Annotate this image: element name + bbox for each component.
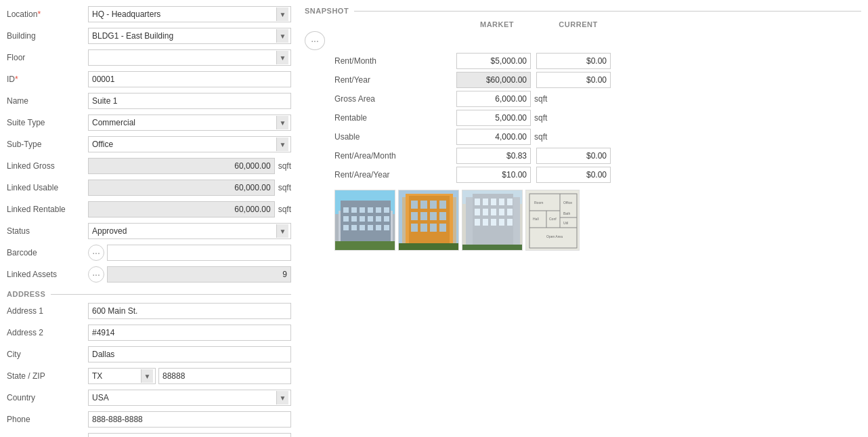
- building-select[interactable]: BLDG1 - East Building: [88, 28, 291, 44]
- usable-market-input[interactable]: [456, 129, 531, 145]
- linked-gross-unit: sqft: [278, 161, 291, 171]
- svg-rect-37: [420, 224, 427, 232]
- svg-rect-14: [368, 216, 373, 222]
- city-label: City: [7, 350, 88, 359]
- state-zip-row: State / ZIP TX ▼: [7, 367, 291, 385]
- svg-rect-34: [430, 212, 437, 220]
- building-image-3[interactable]: [462, 190, 523, 251]
- linked-assets-dots-icon: ···: [92, 269, 100, 280]
- gross-area-unit: sqft: [534, 94, 547, 104]
- name-input[interactable]: [88, 93, 291, 109]
- snapshot-dots-icon: ···: [311, 35, 319, 46]
- fax-input[interactable]: [88, 433, 291, 437]
- building-image-1[interactable]: [334, 190, 395, 251]
- linked-assets-icon-button[interactable]: ···: [88, 266, 104, 283]
- address2-label: Address 2: [7, 328, 88, 337]
- gross-area-market-input[interactable]: [456, 91, 531, 107]
- barcode-label: Barcode: [7, 248, 88, 257]
- building-row: Building BLDG1 - East Building ▼: [7, 27, 291, 45]
- rent-year-current-input[interactable]: [536, 72, 611, 88]
- svg-rect-45: [475, 199, 480, 205]
- rent-month-market-input[interactable]: [456, 53, 531, 69]
- id-input[interactable]: [88, 71, 291, 87]
- linked-rentable-label: Linked Rentable: [7, 205, 88, 214]
- svg-rect-9: [376, 207, 381, 213]
- linked-rentable-row: Linked Rentable sqft: [7, 201, 291, 218]
- linked-usable-label: Linked Usable: [7, 183, 88, 192]
- snapshot-dots-button[interactable]: ···: [305, 31, 325, 50]
- sub-type-select[interactable]: Office: [88, 136, 291, 152]
- usable-label: Usable: [334, 132, 456, 142]
- barcode-input[interactable]: [107, 245, 291, 261]
- svg-rect-11: [343, 216, 349, 222]
- rentable-market-input[interactable]: [456, 110, 531, 126]
- barcode-icon-button[interactable]: ···: [88, 245, 104, 261]
- current-col-header: CURRENT: [538, 20, 619, 28]
- gross-area-row: Gross Area sqft: [305, 91, 861, 107]
- floor-select[interactable]: [88, 49, 291, 66]
- rent-area-month-current-input[interactable]: [536, 148, 611, 164]
- id-label: ID: [7, 75, 88, 84]
- city-input[interactable]: [88, 346, 291, 362]
- rent-month-current-input[interactable]: [536, 53, 611, 69]
- state-select[interactable]: TX: [88, 368, 156, 384]
- rent-area-year-current-input[interactable]: [536, 167, 611, 183]
- status-select[interactable]: Approved: [88, 223, 291, 239]
- address-section-label: ADDRESS: [7, 290, 45, 298]
- state-zip-inputs: TX ▼: [88, 368, 291, 384]
- building-image-4[interactable]: Room Office Hall Conf Bath Util Open Are…: [525, 190, 580, 251]
- svg-text:Bath: Bath: [563, 211, 571, 215]
- svg-rect-36: [411, 224, 418, 232]
- rent-year-market-input[interactable]: [456, 72, 531, 88]
- rent-month-row: Rent/Month: [305, 53, 861, 69]
- fax-row: Fax: [7, 432, 291, 437]
- address2-input[interactable]: [88, 325, 291, 341]
- usable-unit: sqft: [534, 132, 547, 142]
- snapshot-label: SNAPSHOT: [305, 7, 349, 15]
- building-image-2[interactable]: [398, 190, 459, 251]
- building-select-wrap: BLDG1 - East Building ▼: [88, 28, 291, 44]
- rentable-label: Rentable: [334, 113, 456, 123]
- sub-type-row: Sub-Type Office ▼: [7, 136, 291, 153]
- linked-assets-input: [107, 266, 291, 283]
- linked-gross-label: Linked Gross: [7, 161, 88, 171]
- location-select[interactable]: HQ - Headquarters: [88, 6, 291, 22]
- barcode-dots-icon: ···: [92, 247, 100, 258]
- rent-area-month-market-input[interactable]: [456, 148, 531, 164]
- svg-rect-22: [384, 225, 389, 230]
- svg-text:Room: Room: [534, 201, 543, 205]
- linked-rentable-unit: sqft: [278, 205, 291, 214]
- svg-rect-57: [491, 219, 496, 226]
- svg-rect-48: [499, 199, 504, 205]
- svg-rect-53: [499, 209, 504, 215]
- rent-area-year-market-input[interactable]: [456, 167, 531, 183]
- suite-type-row: Suite Type Commercial ▼: [7, 114, 291, 131]
- svg-rect-58: [499, 219, 504, 226]
- address1-input[interactable]: [88, 303, 291, 319]
- building-label: Building: [7, 31, 88, 41]
- sub-type-select-wrap: Office ▼: [88, 136, 291, 152]
- location-row: Location HQ - Headquarters ▼: [7, 5, 291, 23]
- country-select[interactable]: USA: [88, 390, 291, 406]
- snapshot-icon-row: ···: [305, 31, 861, 50]
- rentable-unit: sqft: [534, 113, 547, 123]
- suite-type-select[interactable]: Commercial: [88, 115, 291, 131]
- rent-year-label: Rent/Year: [334, 75, 456, 85]
- svg-rect-55: [475, 219, 480, 226]
- address1-row: Address 1: [7, 302, 291, 320]
- country-label: Country: [7, 393, 88, 402]
- svg-text:Office: Office: [563, 201, 572, 205]
- svg-rect-59: [507, 219, 513, 226]
- svg-rect-33: [420, 212, 427, 220]
- address1-label: Address 1: [7, 306, 88, 316]
- linked-gross-input: [88, 158, 275, 174]
- snapshot-header: SNAPSHOT: [305, 7, 861, 15]
- zip-input[interactable]: [158, 368, 291, 384]
- snapshot-col-headers: MARKET CURRENT: [305, 20, 861, 28]
- svg-rect-52: [491, 209, 496, 215]
- rentable-row: Rentable sqft: [305, 110, 861, 126]
- svg-rect-7: [360, 207, 365, 213]
- rent-area-year-row: Rent/Area/Year: [305, 167, 861, 183]
- linked-usable-row: Linked Usable sqft: [7, 179, 291, 196]
- phone-input[interactable]: [88, 411, 291, 428]
